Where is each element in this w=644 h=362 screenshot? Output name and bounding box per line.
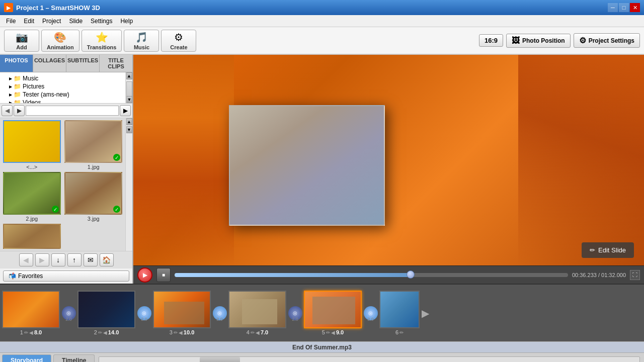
action-next-button[interactable]: ▶ [35,253,49,266]
stop-button[interactable]: ■ [156,268,171,282]
nav-expand-button[interactable]: ▶ [120,105,131,116]
slide-item-6[interactable]: 6 ✏ [379,291,420,335]
tree-item-tester[interactable]: ▶ 📁 Tester (ams-new) [2,90,130,99]
slide-info-1: 1 ✏ ◀ 8.0 [20,329,42,335]
project-settings-button[interactable]: ⚙ Project Settings [574,33,640,48]
photo-item-1[interactable]: ✓ 1.jpg [64,120,124,170]
slide-image-3[interactable] [153,291,211,328]
action-mail-button[interactable]: ✉ [84,253,98,266]
slide-image-4[interactable] [228,291,286,328]
slide-sound-icon-1: ◀ [29,330,33,335]
favorites-icon: 📬 [9,273,16,280]
add-button[interactable]: 📷 Add [4,30,39,52]
trans-duration-1: 2.0 [65,317,72,322]
menu-project[interactable]: Project [38,17,65,26]
tree-item-pictures[interactable]: ▶ 📁 Pictures [2,82,130,90]
maximize-button[interactable]: □ [619,3,629,12]
create-button[interactable]: ⚙ Create [161,30,196,52]
tab-photos[interactable]: PHOTOS [0,55,33,72]
edit-slide-button[interactable]: ✏ Edit Slide [582,242,634,258]
photo-item-3[interactable]: ✓ 3.jpg [64,172,124,222]
menu-file[interactable]: File [2,17,20,26]
menu-edit[interactable]: Edit [20,17,38,26]
photo-item-2[interactable]: ✓ 2.jpg [2,172,62,222]
action-up-button[interactable]: ↑ [67,253,82,266]
titlebar: ▶ Project 1 – SmartSHOW 3D ─ □ ✕ [0,0,644,15]
photo-item-4[interactable] [2,224,62,249]
slide-image-2[interactable] [77,291,135,328]
play-button[interactable]: ▶ [137,267,152,283]
action-home-button[interactable]: 🏠 [100,253,114,266]
favorites-button[interactable]: 📬 Favorites [3,270,129,282]
file-tree: ▶ 📁 Music ▶ 📁 Pictures ▶ 📁 Tester (ams-n… [0,72,132,104]
check-icon-3: ✓ [113,206,120,213]
slide-edit-icon-1[interactable]: ✏ [24,330,28,335]
nav-forward-button[interactable]: ▶ [14,105,25,116]
edit-icon: ✏ [590,246,595,254]
photo-item-0[interactable]: <...> [2,120,62,170]
ratio-button[interactable]: 16:9 [479,34,503,47]
slide-trans-2[interactable]: ◎ 2.0 [135,294,153,332]
slide-image-6[interactable] [379,291,420,328]
slide-image-1[interactable] [2,291,60,328]
app-icon: ▶ [4,3,13,12]
window-controls[interactable]: ─ □ ✕ [608,3,640,12]
trans-duration-4: 2.0 [292,317,298,322]
slide-edit-icon-3[interactable]: ✏ [174,330,178,335]
check-icon-2: ✓ [52,206,59,213]
menu-slide[interactable]: Slide [65,17,87,26]
action-prev-button[interactable]: ◀ [19,253,33,266]
slide-item-2[interactable]: 2 ✏ ◀ 14.0 [77,291,135,335]
tree-item-videos[interactable]: ▶ 📁 Videos [2,99,130,104]
tab-timeline[interactable]: Timeline [53,354,95,362]
slide-item-5[interactable]: 5 ✏ ◀ 9.0 [304,291,362,335]
grid-scrollbar[interactable]: ▲ ▼ [125,118,132,251]
slide-trans-3[interactable]: ◎ 2.0 [211,294,228,332]
preview-background: ✏ Edit Slide [133,55,644,265]
nav-back-button[interactable]: ◀ [2,105,13,116]
slide-edit-icon-4[interactable]: ✏ [251,330,255,335]
progress-thumb[interactable] [407,270,415,279]
music-button[interactable]: 🎵 Music [124,30,159,52]
progress-bar[interactable] [175,273,568,277]
nav-path-input[interactable] [26,106,119,116]
slide-edit-icon-2[interactable]: ✏ [98,330,102,335]
slide-image-5[interactable] [304,291,362,328]
scrollbar-thumb[interactable] [200,357,240,363]
transitions-button[interactable]: ⭐ Transitions [82,30,122,52]
slide-edit-icon-5[interactable]: ✏ [326,330,330,335]
action-down-button[interactable]: ↓ [51,253,65,266]
left-panel: PHOTOS COLLAGES SUBTITLES TITLE CLIPS ▶ … [0,55,133,284]
photo-position-button[interactable]: 🖼 Photo Position [506,34,571,48]
slide-sound-icon-3: ◀ [179,330,183,335]
tab-subtitles[interactable]: SUBTITLES [66,55,100,72]
bottom-bar: Storyboard Timeline [0,352,644,362]
minimize-button[interactable]: ─ [608,3,618,12]
close-button[interactable]: ✕ [630,3,640,12]
photo-position-icon: 🖼 [512,36,520,45]
timeline-scrollbar[interactable] [99,356,640,363]
transitions-icon: ⭐ [96,31,108,43]
music-bar: End Of Summer.mp3 [0,341,644,352]
menu-help[interactable]: Help [116,17,137,26]
slide-trans-5[interactable]: ◎ 2.0 [362,294,379,332]
menu-settings[interactable]: Settings [87,17,116,26]
tree-scroll-down[interactable]: ▼ [126,96,132,103]
tree-scroll-up[interactable]: ▲ [126,72,132,79]
slide-edit-icon-6[interactable]: ✏ [399,330,404,335]
slide-trans-1[interactable]: ◎ 2.0 [60,294,77,332]
tree-item-music[interactable]: ▶ 📁 Music [2,74,130,82]
animation-button[interactable]: 🎨 Animation [41,30,79,52]
tree-scrollbar[interactable]: ▲ ▼ [125,72,132,103]
storyboard-scroll-right[interactable]: ▶ [422,307,429,319]
tab-title-clips[interactable]: TITLE CLIPS [100,55,132,72]
slide-trans-4[interactable]: ◎ 2.0 [286,294,304,332]
tab-storyboard[interactable]: Storyboard [2,354,51,362]
grid-scroll-down[interactable]: ▼ [126,126,132,133]
grid-scroll-up[interactable]: ▲ [126,118,132,125]
slide-item-4[interactable]: 4 ✏ ◀ 7.0 [228,291,286,335]
tab-collages[interactable]: COLLAGES [33,55,66,72]
fullscreen-button[interactable]: ⛶ [630,270,640,280]
slide-item-1[interactable]: 1 ✏ ◀ 8.0 [2,291,60,335]
slide-item-3[interactable]: 3 ✏ ◀ 10.0 [153,291,211,335]
